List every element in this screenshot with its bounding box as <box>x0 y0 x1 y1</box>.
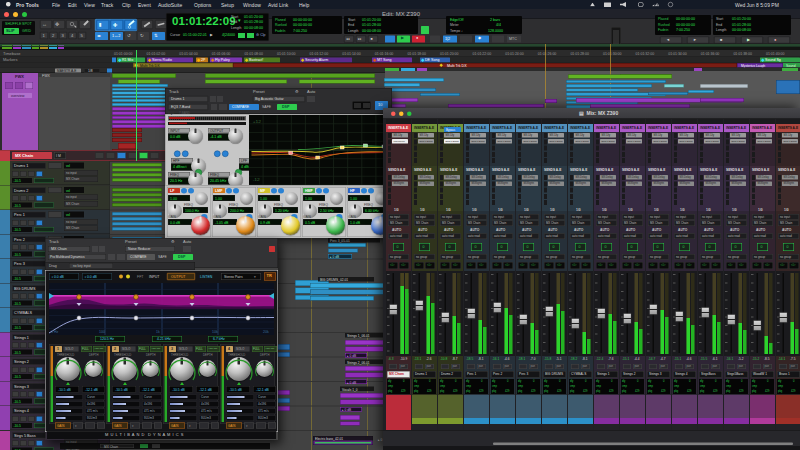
svg-text:-12: -12 <box>253 177 261 181</box>
svg-text:10k: 10k <box>212 330 218 334</box>
svg-text:20k: 20k <box>263 330 269 334</box>
svg-text:1k: 1k <box>156 330 160 334</box>
svg-text:100: 100 <box>99 330 105 334</box>
svg-text:+12: +12 <box>253 119 262 123</box>
svg-text:0 Hz: 0 Hz <box>51 330 58 334</box>
